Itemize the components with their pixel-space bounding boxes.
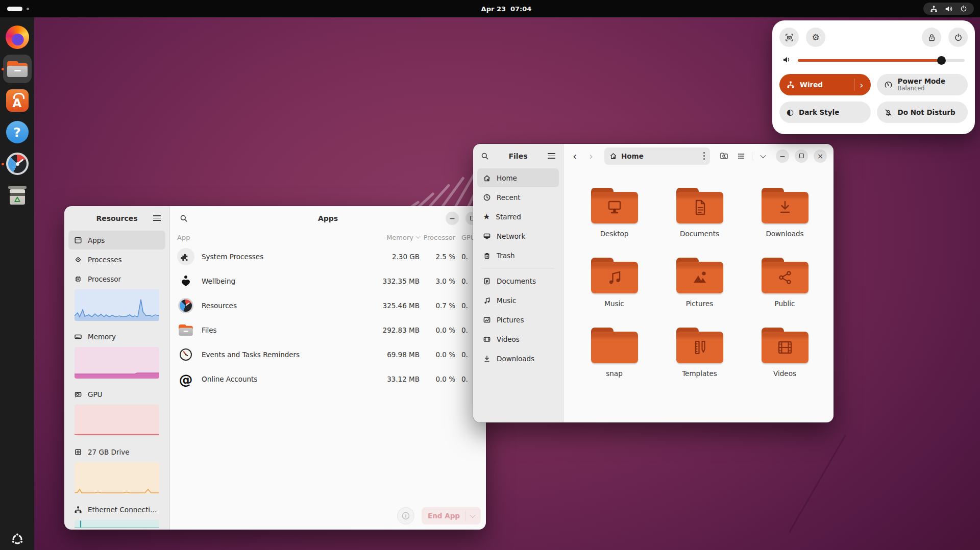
resources-sidebar-item-memory[interactable]: Memory — [68, 327, 165, 346]
folder-pictures[interactable]: Pictures — [657, 258, 742, 328]
chevron-right-icon[interactable]: › — [860, 80, 863, 90]
settings-button[interactable]: ⚙ — [806, 28, 825, 47]
folder-public[interactable]: Public — [742, 258, 827, 328]
clock-date: Apr 23 — [481, 5, 506, 13]
files-sidebar-item-music[interactable]: Music — [477, 291, 559, 310]
column-app[interactable]: App — [177, 234, 363, 241]
lock-button[interactable] — [922, 28, 941, 47]
dock-item-resources[interactable] — [0, 148, 34, 180]
column-processor[interactable]: Processor — [420, 234, 455, 241]
clock-app-icon — [177, 346, 194, 363]
folder-videos[interactable]: Videos — [742, 328, 827, 397]
system-tray-button[interactable] — [923, 3, 974, 15]
resources-sidebar-item-gpu[interactable]: GPU — [68, 385, 165, 404]
app-row-resources[interactable]: Resources 325.46 MB 0.7 % 0. — [170, 293, 486, 318]
wellbeing-icon — [177, 272, 194, 290]
folder-icon — [676, 328, 723, 363]
folder-music[interactable]: Music — [572, 258, 657, 328]
view-options-button[interactable] — [755, 148, 771, 164]
dock-item-firefox[interactable] — [0, 21, 34, 53]
dock-item-files[interactable] — [0, 53, 34, 85]
info-icon — [402, 512, 410, 520]
app-info-button[interactable] — [397, 507, 414, 524]
lock-icon — [927, 33, 936, 42]
workspace-indicator[interactable] — [7, 7, 22, 11]
dock-item-help[interactable]: ? — [0, 116, 34, 148]
files-sidebar-item-documents[interactable]: Documents — [477, 271, 559, 290]
resources-app-icon — [177, 297, 194, 314]
top-bar: Apr 23 07:04 — [0, 0, 980, 17]
files-sidebar-item-network[interactable]: Network — [477, 227, 559, 245]
folder-downloads[interactable]: Downloads — [742, 188, 827, 258]
volume-knob[interactable] — [937, 56, 946, 65]
resources-sidebar-item-drive[interactable]: 27 GB Drive — [68, 442, 165, 461]
files-sidebar-item-home[interactable]: Home — [477, 168, 559, 187]
app-row-wellbeing[interactable]: Wellbeing 332.35 MB 3.0 % 0. — [170, 269, 486, 293]
files-sidebar-item-videos[interactable]: Videos — [477, 330, 559, 348]
volume-icon — [945, 5, 953, 13]
column-memory[interactable]: Memory — [363, 234, 420, 241]
maximize-button[interactable] — [795, 149, 808, 163]
folder-snap[interactable]: snap — [572, 328, 657, 397]
folder-icon — [591, 188, 638, 223]
files-sidebar-item-starred[interactable]: ★ Starred — [477, 207, 559, 226]
forward-button[interactable]: › — [584, 149, 598, 163]
folder-search-icon — [720, 152, 728, 160]
end-app-button[interactable]: End App — [422, 507, 481, 524]
help-icon: ? — [6, 121, 29, 143]
dock-show-apps-button[interactable] — [0, 533, 34, 546]
app-row-files[interactable]: Files 292.83 MB 0.0 % 0. — [170, 318, 486, 342]
list-view-button[interactable] — [733, 148, 749, 164]
files-sidebar-item-trash[interactable]: Trash — [477, 246, 559, 265]
resources-sidebar-item-processor[interactable]: Processor — [68, 269, 165, 288]
resources-sidebar-item-processes[interactable]: Processes — [68, 250, 165, 269]
memory-usage-graph — [75, 347, 159, 379]
power-mode-toggle[interactable]: Power Mode Balanced — [877, 74, 968, 95]
end-app-dropdown-caret[interactable] — [470, 512, 475, 518]
clock-button[interactable]: Apr 23 07:04 — [481, 0, 532, 17]
files-sidebar-item-pictures[interactable]: Pictures — [477, 310, 559, 329]
path-bar[interactable]: Home — [604, 147, 710, 165]
power-button[interactable] — [948, 28, 968, 47]
files-sidebar-item-recent[interactable]: Recent — [477, 188, 559, 207]
resources-sidebar-item-apps[interactable]: Apps — [68, 231, 165, 249]
folder-desktop[interactable]: Desktop — [572, 188, 657, 258]
location-menu-icon[interactable] — [703, 152, 705, 159]
close-button[interactable]: × — [814, 149, 827, 163]
minimize-button[interactable]: − — [776, 149, 789, 163]
button-divider — [465, 511, 465, 521]
wired-toggle[interactable]: Wired › — [779, 74, 871, 95]
hamburger-icon — [153, 215, 161, 221]
app-center-icon: A — [6, 89, 29, 112]
files-menu-button[interactable] — [544, 148, 559, 164]
maximize-icon — [799, 154, 804, 158]
folder-documents[interactable]: Documents — [657, 188, 742, 258]
clock-time: 07:04 — [510, 5, 531, 13]
resources-sidebar-item-ethernet[interactable]: Ethernet Connecti… — [68, 500, 165, 519]
hamburger-icon — [548, 153, 555, 159]
resources-menu-button[interactable] — [149, 211, 164, 226]
screenshot-button[interactable] — [779, 28, 799, 47]
volume-slider[interactable] — [798, 59, 965, 62]
search-everywhere-button[interactable] — [716, 148, 731, 164]
network-wired-icon — [787, 81, 795, 89]
dock-item-app-center[interactable]: A — [0, 85, 34, 116]
app-row-system-processes[interactable]: System Processes 2.30 GB 2.5 % 0. — [170, 244, 486, 269]
files-sidebar-item-downloads[interactable]: Downloads — [477, 349, 559, 368]
files-app-icon — [177, 321, 194, 339]
minimize-button[interactable]: − — [446, 212, 459, 225]
back-button[interactable]: ‹ — [568, 149, 582, 163]
folder-icon — [676, 258, 723, 293]
app-row-online-accounts[interactable]: @Online Accounts 33.12 MB 0.0 % 0. — [170, 367, 486, 391]
folder-templates[interactable]: Templates — [657, 328, 742, 397]
folder-icon — [591, 328, 638, 363]
dock-item-trash[interactable] — [0, 180, 34, 211]
drive-icon — [74, 448, 82, 456]
dark-style-toggle[interactable]: ◐ Dark Style — [779, 102, 871, 123]
app-row-events-tasks[interactable]: Events and Tasks Reminders 69.98 MB 0.0 … — [170, 342, 486, 367]
files-search-button[interactable] — [477, 148, 493, 164]
do-not-disturb-toggle[interactable]: Do Not Disturb — [877, 102, 968, 123]
trash-icon — [7, 185, 28, 206]
at-icon: @ — [177, 370, 194, 388]
workspace-dot[interactable] — [27, 8, 29, 10]
